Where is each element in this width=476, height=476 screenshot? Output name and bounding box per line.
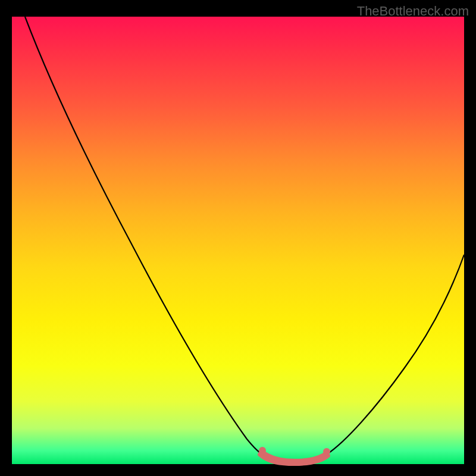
curve-left-path — [25, 17, 265, 456]
marker-right-dot — [323, 448, 330, 455]
watermark-text: TheBottleneck.com — [357, 4, 469, 19]
marker-left-dot — [259, 447, 266, 454]
chart-svg — [12, 17, 464, 464]
curve-right-path — [327, 255, 464, 454]
chart-plot-area — [12, 17, 464, 464]
bottom-band-path — [259, 451, 328, 464]
